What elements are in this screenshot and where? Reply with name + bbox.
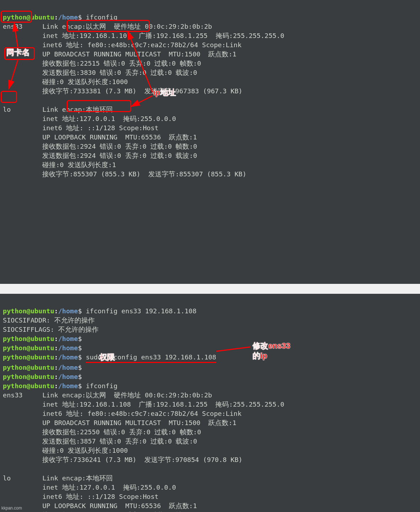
p6h: ubuntu [31, 373, 54, 380]
b-ens33-inet6: inet6 地址: fe80::e48b:c9c7:ea2c:78b2/64 S… [42, 410, 241, 417]
cmd-sudo-body: ifconfig ens33 192.168.1.108 [106, 353, 216, 363]
if-lo-bytes: 接收字节:855307 (855.3 KB) 发送字节:855307 (855.… [42, 170, 246, 178]
p2c: : [54, 335, 58, 342]
p6a: @ [27, 373, 31, 380]
cmd-ifconfig2: ifconfig [86, 382, 117, 390]
svg-line-3 [131, 96, 153, 106]
p-host: ubuntu [31, 307, 54, 315]
cmd-ifconfig: ifconfig [86, 13, 117, 21]
lo-inet-pre: inet [42, 115, 62, 122]
box-lo-name [1, 91, 17, 103]
p4h: ubuntu [31, 353, 54, 361]
p3u: python [3, 344, 27, 352]
if-lo-inet6: inet6 地址: ::1/128 Scope:Host [42, 124, 159, 132]
prompt-colon: : [54, 13, 58, 21]
if-lo-coll: 碰撞:0 发送队列长度:1 [42, 161, 116, 169]
svg-line-4 [216, 347, 250, 351]
p5a: @ [27, 364, 31, 371]
if-lo-flags: UP LOOPBACK RUNNING MTU:65536 跃点数:1 [42, 133, 197, 141]
cmd-ifconfig-set: ifconfig ens33 192.168.1.108 [86, 307, 197, 315]
if-ens33-txp: 发送数据包:3830 错误:0 丢弃:0 过载:0 载波:0 [42, 69, 197, 76]
terminal-bottom: python@ubuntu:/home$ ifconfig ens33 192.… [0, 294, 420, 512]
b-ens33-flags: UP BROADCAST RUNNING MULTICAST MTU:1500 … [42, 419, 236, 426]
siocs-err1: SIOCSIFADDR: 不允许的操作 [3, 316, 95, 324]
p3c: : [54, 344, 58, 352]
if-ens33-rxp: 接收数据包:22515 错误:0 丢弃:0 过载:0 帧数:0 [42, 60, 201, 67]
p5h: ubuntu [31, 364, 54, 371]
prompt-at: @ [27, 13, 31, 21]
p3d: $ [78, 344, 82, 352]
p4d: $ [78, 353, 82, 361]
b-ens33-txp: 发送数据包:3857 错误:0 丢弃:0 过载:0 载波:0 [42, 437, 197, 445]
p7h: ubuntu [31, 382, 54, 390]
prompt-path: /home [58, 13, 78, 21]
p4p: /home [58, 353, 78, 361]
svg-line-1 [9, 60, 18, 89]
p-user: python [3, 307, 27, 315]
p-c: : [54, 307, 58, 315]
inet-post: 广播:192.168.1.255 掩码:255.255.255.0 [131, 32, 284, 39]
p-d: $ [78, 307, 82, 315]
b-ens33-link: Link encap:以太网 硬件地址 00:0c:29:2b:0b:2b [42, 391, 212, 399]
p7p: /home [58, 382, 78, 390]
b-lo-link: Link encap:本地环回 [42, 474, 113, 482]
p2h: ubuntu [31, 335, 54, 342]
if-ens33-link: Link encap:以太网 硬件地址 00:0c:29:2b:0b:2b [42, 23, 212, 30]
prompt-dollar: $ [78, 13, 82, 21]
if-ens33-name: ens33 [3, 23, 23, 30]
b-ens33-rxp: 接收数据包:22550 错误:0 丢弃:0 过载:0 帧数:0 [42, 428, 201, 436]
b-ens33-inet: inet 地址:192.168.1.108 广播:192.168.1.255 掩… [42, 401, 284, 408]
b-ens33-name: ens33 [3, 391, 23, 399]
p3a: @ [27, 344, 31, 352]
p3p: /home [58, 344, 78, 352]
b-lo-name: lo [3, 474, 11, 482]
p5p: /home [58, 364, 78, 371]
p4c: : [54, 353, 58, 361]
inet-hi-ens33: 地址:192.168.1.107 [62, 31, 131, 40]
lo-inet-post: 掩码:255.0.0.0 [115, 115, 176, 122]
b-ens33-coll: 碰撞:0 发送队列长度:1000 [42, 447, 128, 454]
p4u: python [3, 353, 27, 361]
p7a: @ [27, 382, 31, 390]
p-path: /home [58, 307, 78, 315]
prompt-user: python [3, 13, 27, 21]
label-change1: 修改ens33 [253, 341, 290, 351]
p5u: python [3, 364, 27, 371]
if-ens33-flags: UP BROADCAST RUNNING MULTICAST MTU:1500 … [42, 50, 236, 58]
if-ens33-bytes: 接收字节:7333381 (7.3 MB) 发送字节:967383 (967.3… [42, 87, 242, 95]
p6p: /home [58, 373, 78, 380]
b-lo-flags: UP LOOPBACK RUNNING MTU:65536 跃点数:1 [42, 502, 197, 510]
inet-hi-lo: 地址:127.0.0.1 [62, 114, 115, 123]
b-lo-inet: inet 地址:127.0.0.1 掩码:255.0.0.0 [42, 484, 176, 491]
p2a: @ [27, 335, 31, 342]
terminal-top: python@ubuntu:/home$ ifconfig ens33 Link… [0, 0, 420, 284]
footer-text: kkpan.com [1, 506, 22, 511]
if-lo-rxp: 接收数据包:2924 错误:0 丢弃:0 过载:0 帧数:0 [42, 143, 197, 150]
inet-pre: inet [42, 32, 62, 39]
p3h: ubuntu [31, 344, 54, 352]
p6c: : [54, 373, 58, 380]
b-ens33-bytes: 接收字节:7336241 (7.3 MB) 发送字节:970854 (970.8… [42, 456, 242, 463]
p7c: : [54, 382, 58, 390]
p7d: $ [78, 382, 82, 390]
p5d: $ [78, 364, 82, 371]
p2u: python [3, 335, 27, 342]
if-lo-link: Link encap:本地环回 [42, 106, 113, 113]
label-change2: 的ip [253, 351, 267, 360]
label-netcard: 网卡名 [6, 48, 30, 57]
if-ens33-inet6: inet6 地址: fe80::e48b:c9c7:ea2c:78b2/64 S… [42, 41, 241, 49]
p2p: /home [58, 335, 78, 342]
b-lo-inet6: inet6 地址: ::1/128 Scope:Host [42, 493, 159, 500]
label-ipaddr: ip地址 [153, 88, 176, 97]
p5c: : [54, 364, 58, 371]
prompt-host: ubuntu [31, 13, 54, 21]
if-lo-name: lo [3, 106, 11, 113]
p2d: $ [78, 335, 82, 342]
if-ens33-coll: 碰撞:0 发送队列长度:1000 [42, 78, 128, 86]
if-lo-txp: 发送数据包:2924 错误:0 丢弃:0 过载:0 载波:0 [42, 152, 197, 159]
p6u: python [3, 373, 27, 380]
p7u: python [3, 382, 27, 390]
siocs-err2: SIOCSIFFLAGS: 不允许的操作 [3, 326, 99, 333]
label-perm: 权限 [99, 353, 115, 362]
p6d: $ [78, 373, 82, 380]
